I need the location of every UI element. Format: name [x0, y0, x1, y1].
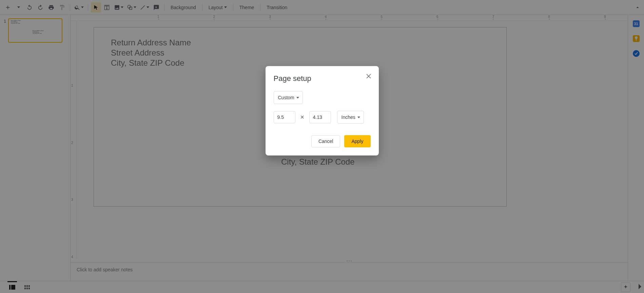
- page-size-preset-value: Custom: [278, 95, 294, 100]
- apply-button[interactable]: Apply: [344, 135, 370, 147]
- units-dropdown[interactable]: Inches: [337, 111, 364, 124]
- caret-down-icon: [357, 117, 360, 118]
- modal-scrim[interactable]: Page setup Custom ✕ Inches Cancel Apply: [0, 0, 644, 293]
- page-size-preset-dropdown[interactable]: Custom: [274, 91, 303, 104]
- dialog-close-button[interactable]: [365, 72, 373, 80]
- page-setup-dialog: Page setup Custom ✕ Inches Cancel Apply: [266, 66, 379, 155]
- page-width-input[interactable]: [274, 111, 295, 123]
- units-value: Inches: [341, 114, 355, 120]
- cancel-button[interactable]: Cancel: [311, 135, 340, 147]
- caret-down-icon: [296, 97, 299, 99]
- dialog-title: Page setup: [274, 74, 371, 83]
- close-icon: [366, 74, 371, 79]
- page-height-input[interactable]: [309, 111, 331, 123]
- multiply-icon: ✕: [300, 114, 305, 120]
